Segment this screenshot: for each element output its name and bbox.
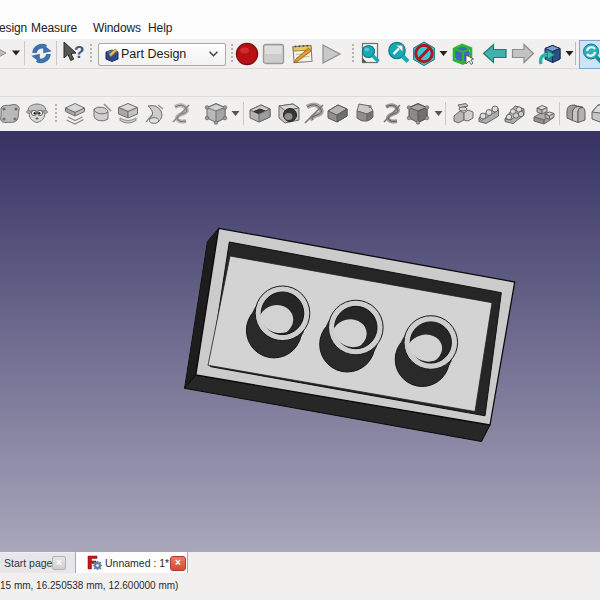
svg-text:?: ? bbox=[74, 43, 84, 62]
